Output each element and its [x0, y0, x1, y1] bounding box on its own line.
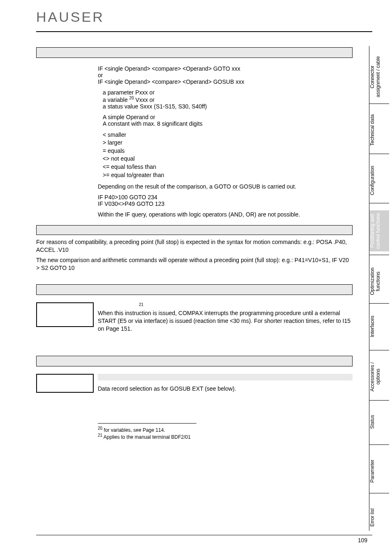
- footnote-ref-20: 20: [129, 96, 134, 100]
- sidebar-tab-accessories-line1: Accessories /: [369, 362, 375, 391]
- sidebar-tab-positioning: Positioning and control functions: [369, 210, 389, 251]
- footnote-num-20: 20: [98, 426, 102, 431]
- sidebar-tab-technical-data: Technical data: [369, 112, 389, 149]
- compare-op-le: <= equal to/less than: [103, 163, 353, 171]
- example-2: IF V030<>P49 GOTO 123: [98, 200, 353, 207]
- sidebar-tab-connector-line1: Connector: [369, 65, 375, 88]
- syntax-or: or: [98, 72, 353, 78]
- sidebar-tab-configuration: Configuration: [369, 162, 389, 199]
- sidebar-tab-positioning-line2: control functions: [375, 213, 381, 249]
- command-box-wait-start: [36, 302, 94, 327]
- compatibility-note-2: The new comparison and arithmetic comman…: [36, 256, 353, 272]
- wait-start-text: When this instruction is issued, COMPAX …: [98, 309, 353, 333]
- operand-b-line-1: A simple Operand or: [103, 114, 353, 120]
- note-bar: [36, 225, 353, 235]
- section-bar-goto-ext: [36, 356, 353, 366]
- sidebar-tabs: Connector assignment / cable Technical d…: [369, 46, 390, 531]
- brand-logo: HAUSER: [36, 9, 104, 25]
- section-bar-wait-start: [36, 284, 353, 295]
- sidebar-tab-optimization-line1: Optimization: [369, 268, 375, 295]
- sidebar-tab-optimization: Optimization functions: [369, 263, 389, 300]
- sidebar-tab-interfaces: Interfaces: [369, 312, 389, 341]
- if-query-note: Within the IF query, operations with log…: [98, 211, 353, 218]
- sidebar-tab-optimization-line2: functions: [375, 272, 381, 291]
- goto-ext-text: Data record selection as for GOSUB EXT (…: [98, 385, 353, 392]
- operand-def-line-3: a status value Sxxx (S1-S15, S30, S40ff): [103, 103, 353, 110]
- depending-text: Depending on the result of the compariso…: [98, 183, 353, 190]
- compare-op-lt: < smaller: [103, 131, 353, 139]
- sidebar-tab-status: Status: [369, 412, 389, 432]
- footnote-ref-21: 21: [139, 302, 143, 307]
- compatibility-note-1: For reasons of compatibility, a precedin…: [36, 238, 353, 254]
- goto-ext-sub-bar: [98, 374, 353, 380]
- bottom-rule: [36, 535, 372, 535]
- page-number: 109: [358, 537, 367, 543]
- operand-def-line-2-post: Vxxx or: [134, 97, 155, 103]
- sidebar-tab-parameter: Parameter: [369, 457, 389, 486]
- operand-b-line-2: A constant with max. 8 significant digit…: [103, 120, 353, 127]
- command-box-goto-ext: [36, 374, 94, 393]
- compare-op-eq: = equals: [103, 147, 353, 155]
- sidebar-tab-positioning-line1: Positioning and: [369, 214, 375, 248]
- sidebar-tab-error-list: Error list: [369, 505, 389, 530]
- compare-op-gt: > larger: [103, 139, 353, 147]
- footnote-text-21: Applies to the manual terminal BDF2/01: [102, 434, 191, 440]
- sidebar-tab-accessories: Accessories / options: [369, 358, 389, 395]
- footnote-text-20: for variables, see Page 114.: [102, 427, 165, 433]
- sidebar-tab-connector: Connector assignment / cable: [369, 54, 389, 99]
- syntax-line-1: IF <single Operand> <compare> <Operand> …: [98, 65, 353, 72]
- footnote-num-21: 21: [98, 433, 102, 438]
- example-1: IF P40>100 GOTO 234: [98, 194, 353, 200]
- operand-def-line-2: a variable 20 Vxxx or: [103, 96, 353, 103]
- sidebar-tab-accessories-line2: options: [375, 369, 381, 385]
- footnotes-block: 20 for variables, see Page 114. 21 Appli…: [98, 423, 196, 440]
- compare-op-ne: <> not equal: [103, 155, 353, 163]
- sidebar-tab-connector-line2: assignment / cable: [375, 56, 381, 97]
- compare-op-ge: >= equal to/greater than: [103, 171, 353, 180]
- syntax-line-2: IF <single Operand> <compare> <Operand> …: [98, 78, 353, 85]
- operand-def-line-2-pre: a variable: [103, 97, 129, 103]
- top-rule: [36, 31, 372, 32]
- section-bar-if-query: [36, 47, 353, 58]
- operand-def-line-1: a parameter Pxxx or: [103, 89, 353, 96]
